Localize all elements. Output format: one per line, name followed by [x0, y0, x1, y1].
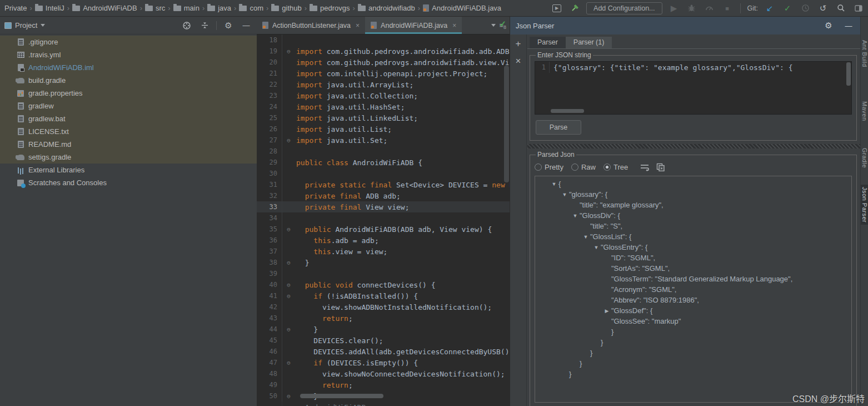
hide-panel-icon[interactable]: —	[240, 19, 252, 32]
json-tree-node[interactable]: }	[535, 337, 851, 348]
json-input-vscrollbar[interactable]	[846, 62, 851, 86]
git-update-icon[interactable]: ↙	[764, 2, 776, 14]
expanded-arrow-icon[interactable]: ▼	[560, 192, 569, 197]
close-icon[interactable]: ×	[451, 22, 456, 29]
close-icon[interactable]: ×	[355, 22, 360, 29]
add-parser-tab-button[interactable]: +	[516, 39, 521, 48]
radio-tree[interactable]: Tree	[603, 163, 628, 171]
radio-pretty[interactable]: Pretty	[535, 163, 563, 171]
project-tree-item[interactable]: README.md	[0, 138, 257, 151]
fold-marker[interactable]: ⊖	[282, 46, 295, 57]
json-input-editor[interactable]: 1 {"glossary": {"title": "example glossa…	[535, 61, 852, 115]
collapse-all-icon[interactable]	[198, 19, 211, 32]
project-tree-item[interactable]: build.gradle	[0, 74, 257, 87]
fold-marker[interactable]	[282, 368, 295, 379]
json-tree-node[interactable]: "title": "S",	[535, 221, 851, 231]
parser-tab[interactable]: Parser (1)	[566, 37, 612, 48]
breadcrumb-item[interactable]: github	[271, 4, 301, 12]
project-view-select[interactable]: Project	[4, 21, 45, 29]
breadcrumb-item[interactable]: Private	[4, 4, 27, 12]
panel-splitter[interactable]	[527, 144, 860, 148]
gear-icon[interactable]: ⚙	[822, 19, 835, 32]
locate-file-icon[interactable]	[181, 19, 193, 32]
editor-vertical-scrollbar[interactable]	[504, 66, 509, 182]
json-tree-node[interactable]: "title": "example glossary",	[535, 200, 851, 210]
json-tree-node[interactable]: }	[535, 326, 851, 337]
fold-marker[interactable]	[282, 190, 295, 201]
breadcrumb-item[interactable]: AndroidWiFiADB.java	[423, 4, 501, 12]
fold-marker[interactable]: ⊖	[282, 257, 295, 268]
expanded-arrow-icon[interactable]: ▼	[550, 181, 558, 187]
fold-marker[interactable]	[282, 112, 295, 123]
project-tree-item[interactable]: gradle.properties	[0, 87, 257, 100]
json-tree-node[interactable]: }	[535, 358, 851, 369]
json-tree-node[interactable]: }	[535, 348, 851, 358]
fold-marker[interactable]	[282, 68, 295, 79]
json-tree-node[interactable]: }	[535, 369, 851, 379]
json-tree-node[interactable]: ▼"GlossList": {	[535, 231, 851, 242]
fold-marker[interactable]: ⊖	[282, 279, 295, 290]
fold-marker[interactable]	[282, 57, 295, 68]
expanded-arrow-icon[interactable]: ▼	[592, 245, 601, 250]
breadcrumb-item[interactable]: InteliJ	[35, 4, 64, 12]
soft-wrap-icon[interactable]	[640, 164, 650, 171]
tab-dropdown-icon[interactable]	[491, 24, 496, 27]
breadcrumb-item[interactable]: pedrovgs	[310, 4, 350, 12]
parse-button[interactable]: Parse	[536, 120, 581, 135]
breadcrumb-item[interactable]: androidwifiadb	[358, 4, 415, 12]
project-tree-item[interactable]: gradlew.bat	[0, 112, 257, 125]
radio-raw[interactable]: Raw	[571, 163, 596, 171]
build-hammer-icon[interactable]	[568, 2, 581, 14]
tool-stripe-json-parser[interactable]: Json Parser	[861, 185, 868, 225]
fold-marker[interactable]	[282, 34, 295, 46]
gear-icon[interactable]: ⚙	[222, 19, 235, 32]
code-editor[interactable]: 1819⊖import com.github.pedrovgs.androidw…	[257, 34, 510, 406]
fold-marker[interactable]	[282, 212, 295, 224]
json-tree-node[interactable]: ▼{	[535, 179, 851, 189]
history-clock-icon[interactable]	[799, 2, 811, 14]
editor-tab[interactable]: AndroidWiFiADB.java×	[365, 17, 462, 34]
fold-marker[interactable]	[282, 101, 295, 112]
json-tree-node[interactable]: "SortAs": "SGML",	[535, 263, 851, 274]
project-tree-item[interactable]: External Libraries	[0, 164, 257, 176]
stop-icon[interactable]: ■	[721, 2, 734, 14]
project-tree-item[interactable]: AndroidWiFiADB.iml	[0, 61, 257, 74]
fold-marker[interactable]: ⊖	[282, 135, 295, 146]
json-tree-node[interactable]: "GlossSee": "markup"	[535, 316, 851, 326]
collapsed-arrow-icon[interactable]: ▶	[602, 308, 611, 314]
project-tree-item[interactable]: .gitignore	[0, 36, 257, 48]
fold-marker[interactable]	[282, 235, 295, 246]
git-commit-icon[interactable]: ✓	[781, 2, 794, 14]
fold-marker[interactable]	[282, 90, 295, 101]
fold-marker[interactable]	[282, 246, 295, 257]
expanded-arrow-icon[interactable]: ▼	[571, 213, 580, 219]
project-tree-item[interactable]: gradlew	[0, 100, 257, 112]
json-tree-node[interactable]: ▼"GlossDiv": {	[535, 210, 851, 221]
json-tree-node[interactable]: ▶"GlossDef": {	[535, 305, 851, 316]
fold-marker[interactable]	[282, 346, 295, 357]
run-icon[interactable]: ▶	[668, 2, 680, 14]
fold-marker[interactable]: ⊖	[282, 224, 295, 235]
fold-marker[interactable]	[282, 123, 295, 135]
tool-stripe-maven[interactable]: Maven	[861, 99, 868, 123]
run-anything-icon[interactable]: ▶	[551, 2, 563, 14]
fold-marker[interactable]	[282, 335, 295, 346]
fold-marker[interactable]: ⊖	[282, 290, 295, 301]
breadcrumb-item[interactable]: AndroidWiFiADB	[72, 4, 137, 12]
json-input-hscrollbar[interactable]	[551, 109, 584, 113]
fold-marker[interactable]	[282, 157, 295, 168]
json-tree-node[interactable]: "GlossTerm": "Standard Generalized Marku…	[535, 274, 851, 284]
fold-marker[interactable]	[282, 179, 295, 190]
json-tree-node[interactable]: "ID": "SGML",	[535, 252, 851, 263]
run-configuration-select[interactable]: Add Configuration...	[586, 2, 662, 14]
tool-stripe-ant-build[interactable]: Ant Build	[861, 38, 868, 70]
expanded-arrow-icon[interactable]: ▼	[581, 234, 590, 240]
search-icon[interactable]	[835, 2, 847, 14]
fold-marker[interactable]	[282, 201, 295, 212]
fold-marker[interactable]	[282, 168, 295, 179]
close-parser-tab-button[interactable]: ×	[516, 56, 521, 66]
fold-marker[interactable]: ⊖	[282, 390, 295, 402]
fold-marker[interactable]	[282, 268, 295, 279]
hide-panel-icon[interactable]: —	[842, 19, 855, 32]
fold-marker[interactable]: ⊖	[282, 357, 295, 368]
